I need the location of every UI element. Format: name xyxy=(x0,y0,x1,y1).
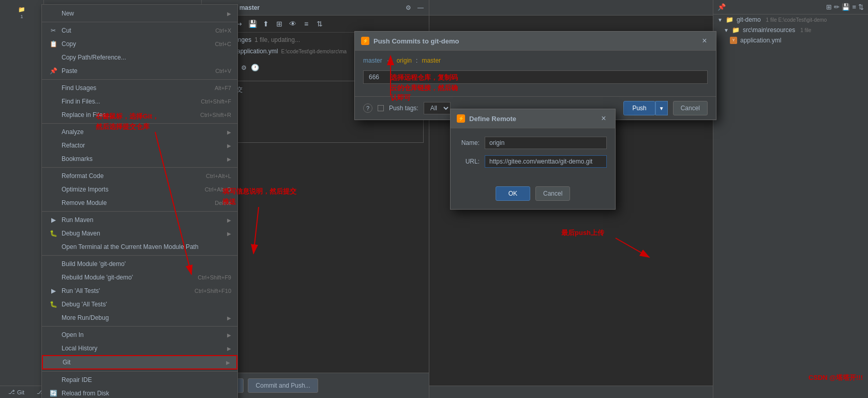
menu-replace-label: Replace in Files... xyxy=(62,111,190,119)
toolbar-upload-icon[interactable]: ⬆ xyxy=(261,19,271,29)
menu-item-run-tests[interactable]: ▶ Run 'All Tests' Ctrl+Shift+F10 xyxy=(42,284,237,298)
menu-item-run-maven[interactable]: ▶ Run Maven ▶ xyxy=(42,213,237,227)
change-file-path: E:\codeTest\git-demo\src\ma xyxy=(281,49,347,54)
menu-item-reformat[interactable]: Reformat Code Ctrl+Alt+L xyxy=(42,169,237,183)
paste-icon: 📌 xyxy=(48,67,58,75)
right-tree-root[interactable]: ▼ 📁 git-demo 1 file E:\codeTest\git-demo xyxy=(713,14,868,25)
paste-shortcut: Ctrl+V xyxy=(215,68,231,74)
left-sidebar: 📁1 xyxy=(0,0,44,398)
right-panel-pin-icon[interactable]: 📌 xyxy=(717,3,726,11)
define-remote-icon: ⚡ xyxy=(457,114,465,123)
replace-shortcut: Ctrl+Shift+R xyxy=(200,112,231,118)
menu-sep-6 xyxy=(42,255,237,256)
bookmarks-arrow-icon: ▶ xyxy=(227,156,231,162)
toolbar-grid-icon[interactable]: ⊞ xyxy=(274,19,285,29)
menu-item-copy[interactable]: 📋 Copy Ctrl+C xyxy=(42,37,237,51)
right-tree-yaml[interactable]: Y application.yml xyxy=(713,35,868,46)
define-remote-cancel-button[interactable]: Cancel xyxy=(535,186,570,201)
local-branch-label: master xyxy=(363,57,382,64)
remote-name[interactable]: origin xyxy=(397,57,412,64)
menu-item-replace[interactable]: Replace in Files... Ctrl+Shift+R xyxy=(42,108,237,122)
toolbar-align-icon[interactable]: ≡ xyxy=(301,19,311,29)
refactor-arrow-icon: ▶ xyxy=(227,143,231,149)
menu-sep-5 xyxy=(42,211,237,212)
amend-history-icon[interactable]: 🕐 xyxy=(251,64,259,71)
menu-item-debug-tests[interactable]: 🐛 Debug 'All Tests' xyxy=(42,298,237,311)
menu-remove-module-label: Remove Module xyxy=(62,199,204,207)
menu-debug-tests-label: Debug 'All Tests' xyxy=(62,301,231,308)
right-src-label: src\main\resources xyxy=(743,26,795,34)
git-branch-button[interactable]: ⎇ Git xyxy=(5,388,27,396)
push-action-buttons: Push ▼ xyxy=(623,101,667,115)
push-dialog-icon: ⚡ xyxy=(361,37,369,45)
remote-branch-name[interactable]: master xyxy=(422,57,441,64)
define-remote-dialog: ⚡ Define Remote × Name: URL: OK Cancel xyxy=(450,109,616,210)
menu-item-paste[interactable]: 📌 Paste Ctrl+V xyxy=(42,64,237,78)
menu-item-analyze[interactable]: Analyze ▶ xyxy=(42,125,237,139)
toolbar-save-icon[interactable]: 💾 xyxy=(247,19,258,29)
remove-module-shortcut: Delete xyxy=(215,200,231,206)
right-panel-align-icon[interactable]: ≡ xyxy=(852,3,856,11)
menu-item-copy-path[interactable]: Copy Path/Reference... xyxy=(42,51,237,64)
right-panel-grid-icon[interactable]: ⊞ xyxy=(826,3,832,11)
push-dialog-body: master → origin : master 666 xyxy=(355,51,716,96)
push-button[interactable]: Push xyxy=(623,101,655,115)
sidebar-icon-project[interactable]: 📁1 xyxy=(2,4,41,21)
run-tests-icon: ▶ xyxy=(48,287,58,294)
menu-item-open-terminal[interactable]: Open Terminal at the Current Maven Modul… xyxy=(42,240,237,254)
find-usages-shortcut: Alt+F7 xyxy=(215,85,231,91)
push-tags-select[interactable]: All xyxy=(424,102,451,114)
right-panel-save-icon[interactable]: 💾 xyxy=(842,3,850,11)
amend-settings-icon[interactable]: ⚙ xyxy=(241,64,247,71)
chevron-down-icon-src: ▼ xyxy=(724,27,729,33)
define-remote-ok-button[interactable]: OK xyxy=(496,186,530,201)
chevron-down-icon-right: ▼ xyxy=(717,17,723,23)
menu-item-find-usages[interactable]: Find Usages Alt+F7 xyxy=(42,81,237,95)
menu-item-optimize[interactable]: Optimize Imports Ctrl+Alt+O xyxy=(42,183,237,196)
commit-minimize-icon[interactable]: — xyxy=(417,4,424,11)
menu-item-repair-ide[interactable]: Repair IDE xyxy=(42,373,237,387)
menu-item-bookmarks[interactable]: Bookmarks ▶ xyxy=(42,152,237,166)
right-panel-sort-icon[interactable]: ⇅ xyxy=(858,3,864,11)
menu-sep-2 xyxy=(42,79,237,80)
open-in-arrow-icon: ▶ xyxy=(227,332,231,338)
url-field-input[interactable] xyxy=(485,155,607,168)
menu-item-remove-module[interactable]: Remove Module Delete xyxy=(42,196,237,210)
menu-item-refactor[interactable]: Refactor ▶ xyxy=(42,139,237,152)
name-field-input[interactable] xyxy=(485,137,607,149)
toolbar-eye-icon[interactable]: 👁 xyxy=(288,19,298,29)
menu-copy-label: Copy xyxy=(62,40,205,48)
push-dialog-title-bar: ⚡ Push Commits to git-demo × xyxy=(355,32,716,51)
commit-settings-icon[interactable]: ⚙ xyxy=(406,4,411,11)
right-panel-toolbar: 📌 ⊞ ✏ 💾 ≡ ⇅ xyxy=(713,0,868,14)
menu-item-build[interactable]: Build Module 'git-demo' xyxy=(42,257,237,271)
push-tags-checkbox[interactable] xyxy=(378,105,384,111)
help-button[interactable]: ? xyxy=(363,104,372,113)
menu-reformat-label: Reformat Code xyxy=(62,172,196,180)
menu-item-new[interactable]: New ▶ xyxy=(42,7,237,20)
menu-item-more-run[interactable]: More Run/Debug ▶ xyxy=(42,311,237,325)
git-icon-bottom: ⎇ xyxy=(8,389,15,395)
run-tests-shortcut: Ctrl+Shift+F10 xyxy=(194,288,231,294)
right-tree-src[interactable]: ▼ 📁 src\main\resources 1 file xyxy=(713,25,868,35)
define-remote-close-button[interactable]: × xyxy=(598,113,609,124)
menu-item-rebuild[interactable]: Rebuild Module 'git-demo' Ctrl+Shift+F9 xyxy=(42,271,237,284)
menu-sep-3 xyxy=(42,123,237,124)
reformat-shortcut: Ctrl+Alt+L xyxy=(206,173,231,179)
menu-item-git[interactable]: Git ▶ xyxy=(42,355,237,370)
menu-item-reload[interactable]: 🔄 Reload from Disk xyxy=(42,387,237,398)
menu-build-label: Build Module 'git-demo' xyxy=(62,260,231,268)
toolbar-sort-icon[interactable]: ⇅ xyxy=(315,19,325,29)
branch-info-row: master → origin : master xyxy=(363,57,708,64)
menu-item-open-in[interactable]: Open In ▶ xyxy=(42,328,237,342)
menu-refactor-label: Refactor xyxy=(62,142,225,149)
menu-item-find-files[interactable]: Find in Files... Ctrl+Shift+F xyxy=(42,95,237,108)
push-cancel-button[interactable]: Cancel xyxy=(673,101,708,115)
menu-item-local-history[interactable]: Local History ▶ xyxy=(42,342,237,355)
commit-and-push-button[interactable]: Commit and Push... xyxy=(248,378,318,393)
menu-item-debug-maven[interactable]: 🐛 Debug Maven ▶ xyxy=(42,227,237,240)
menu-item-cut[interactable]: ✂ Cut Ctrl+X xyxy=(42,24,237,37)
push-dropdown-button[interactable]: ▼ xyxy=(655,101,668,115)
right-panel-edit-icon[interactable]: ✏ xyxy=(834,3,840,11)
push-dialog-close-button[interactable]: × xyxy=(699,36,710,46)
